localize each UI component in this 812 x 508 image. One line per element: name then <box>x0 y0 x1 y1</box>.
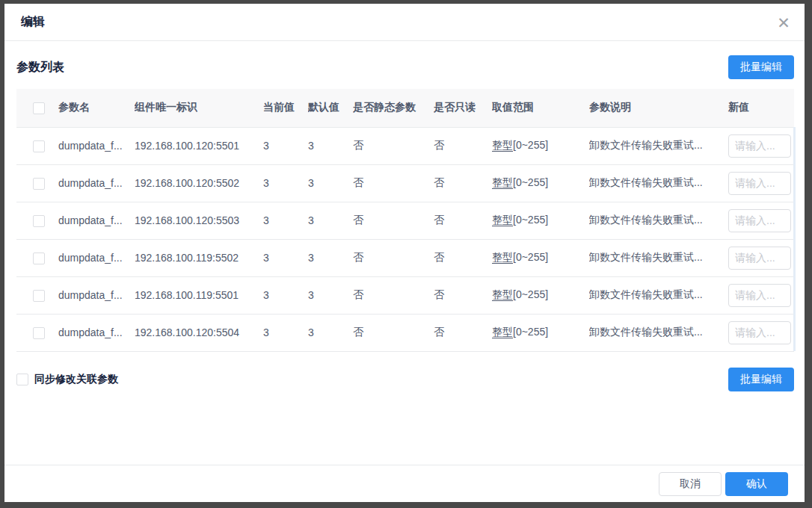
col-header-default-value: 默认值 <box>308 89 353 127</box>
new-value-input[interactable] <box>728 247 791 270</box>
current-value: 3 <box>263 127 308 164</box>
param-description: 卸数文件传输失败重试... <box>589 314 724 351</box>
col-header-param-name: 参数名 <box>58 89 135 127</box>
component-id: 192.168.100.119:5501 <box>135 276 263 314</box>
default-value: 3 <box>308 202 353 239</box>
section-title: 参数列表 <box>16 60 64 75</box>
current-value: 3 <box>263 164 308 202</box>
default-value: 3 <box>308 127 353 164</box>
component-id: 192.168.100.120:5502 <box>135 164 263 202</box>
component-id: 192.168.100.119:5502 <box>135 239 263 276</box>
range-tooltip-term[interactable]: 整型 <box>492 214 513 226</box>
range-rest: [0~255] <box>513 288 548 300</box>
col-header-new-value: 新值 <box>724 89 794 127</box>
range-rest: [0~255] <box>513 251 548 263</box>
component-id: 192.168.100.120:5501 <box>135 127 263 164</box>
param-name: dumpdata_f... <box>58 239 135 276</box>
is-readonly: 否 <box>434 239 492 276</box>
batch-edit-button-bottom[interactable]: 批量编辑 <box>728 368 794 391</box>
current-value: 3 <box>263 202 308 239</box>
value-range: 整型[0~255] <box>492 127 589 164</box>
dialog-footer: 取消 确认 <box>4 465 805 502</box>
row-checkbox[interactable] <box>33 327 45 339</box>
current-value: 3 <box>263 239 308 276</box>
dialog-title: 编辑 <box>21 14 45 30</box>
value-range: 整型[0~255] <box>492 164 589 202</box>
range-rest: [0~255] <box>513 326 548 338</box>
default-value: 3 <box>308 314 353 351</box>
param-description: 卸数文件传输失败重试... <box>589 239 724 276</box>
row-checkbox[interactable] <box>33 140 45 152</box>
default-value: 3 <box>308 239 353 276</box>
value-range: 整型[0~255] <box>492 202 589 239</box>
col-header-is-static: 是否静态参数 <box>353 89 434 127</box>
sync-label: 同步修改关联参数 <box>34 373 118 386</box>
param-name: dumpdata_f... <box>58 164 135 202</box>
param-name: dumpdata_f... <box>58 276 135 314</box>
section-header: 参数列表 批量编辑 <box>16 55 794 79</box>
col-header-current-value: 当前值 <box>263 89 308 127</box>
range-tooltip-term[interactable]: 整型 <box>492 139 513 151</box>
row-checkbox[interactable] <box>33 253 45 264</box>
sync-checkbox[interactable] <box>16 374 28 385</box>
is-static: 否 <box>353 239 434 276</box>
is-static: 否 <box>353 202 434 239</box>
param-name: dumpdata_f... <box>58 314 135 351</box>
table-row: dumpdata_f... 192.168.100.119:5502 3 3 否… <box>16 239 794 276</box>
param-description: 卸数文件传输失败重试... <box>589 276 724 314</box>
component-id: 192.168.100.120:5504 <box>135 314 263 351</box>
range-tooltip-term[interactable]: 整型 <box>492 326 513 338</box>
is-static: 否 <box>353 314 434 351</box>
close-icon[interactable]: ✕ <box>775 13 793 31</box>
col-header-description: 参数说明 <box>589 89 724 127</box>
table-row: dumpdata_f... 192.168.100.120:5502 3 3 否… <box>16 164 794 202</box>
dialog-header: 编辑 <box>4 4 805 41</box>
table-row: dumpdata_f... 192.168.100.120:5504 3 3 否… <box>16 314 794 351</box>
default-value: 3 <box>308 276 353 314</box>
dialog-body: 参数列表 批量编辑 参数名 组件唯一标识 当前值 默认值 <box>4 55 805 391</box>
new-value-input[interactable] <box>728 209 791 232</box>
col-header-is-readonly: 是否只读 <box>434 89 492 127</box>
is-static: 否 <box>353 276 434 314</box>
new-value-input[interactable] <box>728 284 791 307</box>
table-scrollbar[interactable] <box>793 127 796 351</box>
row-checkbox[interactable] <box>33 290 45 302</box>
table-row: dumpdata_f... 192.168.100.120:5503 3 3 否… <box>16 202 794 239</box>
param-description: 卸数文件传输失败重试... <box>589 202 724 239</box>
table-row: dumpdata_f... 192.168.100.119:5501 3 3 否… <box>16 276 794 314</box>
range-tooltip-term[interactable]: 整型 <box>492 288 513 300</box>
col-header-value-range: 取值范围 <box>492 89 589 127</box>
is-readonly: 否 <box>434 276 492 314</box>
new-value-input[interactable] <box>728 321 791 344</box>
col-header-component-id: 组件唯一标识 <box>135 89 263 127</box>
table-row: dumpdata_f... 192.168.100.120:5501 3 3 否… <box>16 127 794 164</box>
current-value: 3 <box>263 314 308 351</box>
row-checkbox[interactable] <box>33 178 45 190</box>
default-value: 3 <box>308 164 353 202</box>
param-name: dumpdata_f... <box>58 202 135 239</box>
cancel-button[interactable]: 取消 <box>659 472 722 496</box>
is-readonly: 否 <box>434 127 492 164</box>
parameter-table: 参数名 组件唯一标识 当前值 默认值 是否静态参数 是否只读 取值范围 参数说明… <box>16 89 794 352</box>
row-checkbox[interactable] <box>33 215 45 227</box>
is-readonly: 否 <box>434 202 492 239</box>
new-value-input[interactable] <box>728 172 791 195</box>
new-value-input[interactable] <box>728 134 791 158</box>
param-name: dumpdata_f... <box>58 127 135 164</box>
batch-edit-button-top[interactable]: 批量编辑 <box>728 55 794 79</box>
value-range: 整型[0~255] <box>492 239 589 276</box>
param-description: 卸数文件传输失败重试... <box>589 127 724 164</box>
is-readonly: 否 <box>434 164 492 202</box>
confirm-button[interactable]: 确认 <box>725 472 788 496</box>
edit-dialog: 编辑 ✕ 参数列表 批量编辑 参数名 组件唯一标识 <box>4 4 805 502</box>
range-rest: [0~255] <box>513 176 548 188</box>
select-all-checkbox[interactable] <box>33 102 45 114</box>
value-range: 整型[0~255] <box>492 314 589 351</box>
is-static: 否 <box>353 127 434 164</box>
range-rest: [0~255] <box>513 139 548 151</box>
component-id: 192.168.100.120:5503 <box>135 202 263 239</box>
param-description: 卸数文件传输失败重试... <box>589 164 724 202</box>
range-tooltip-term[interactable]: 整型 <box>492 176 513 188</box>
range-tooltip-term[interactable]: 整型 <box>492 251 513 263</box>
value-range: 整型[0~255] <box>492 276 589 314</box>
